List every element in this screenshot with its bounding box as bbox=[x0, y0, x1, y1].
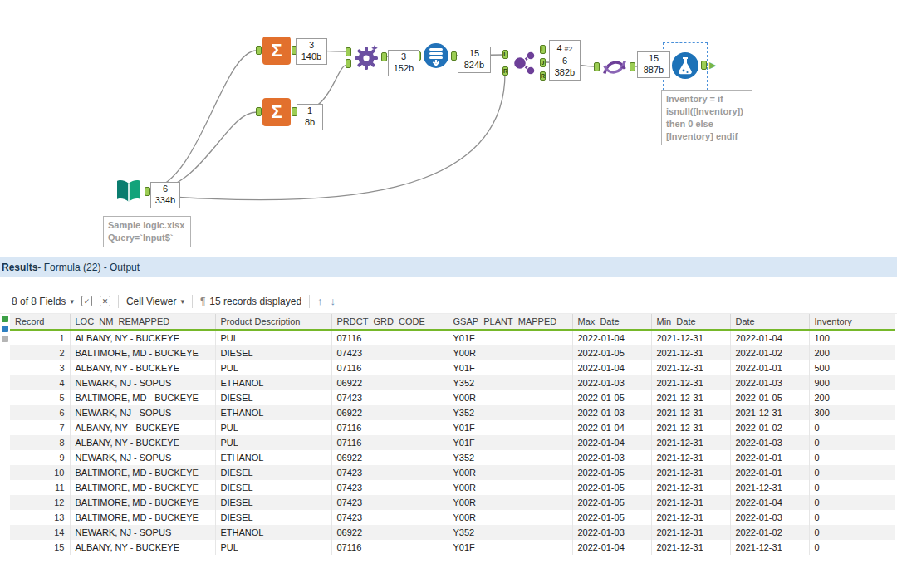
data-cell[interactable]: BALTIMORE, MD - BUCKEYE bbox=[70, 495, 215, 510]
data-cell[interactable]: NEWARK, NJ - SOPUS bbox=[70, 525, 215, 540]
deselect-fields-icon[interactable]: ✕ bbox=[100, 296, 110, 306]
data-cell[interactable]: ALBANY, NY - BUCKEYE bbox=[70, 435, 215, 450]
data-cell[interactable]: 2021-12-31 bbox=[651, 420, 730, 435]
data-cell[interactable]: 07116 bbox=[331, 420, 448, 435]
data-cell[interactable]: 2022-01-05 bbox=[572, 390, 651, 405]
results-pane-header[interactable]: Results - Formula (22) - Output bbox=[0, 257, 897, 277]
data-cell[interactable]: Y00R bbox=[448, 345, 572, 360]
data-cell[interactable]: 2022-01-01 bbox=[730, 450, 809, 465]
data-cell[interactable]: 0 bbox=[809, 420, 895, 435]
data-cell[interactable]: 2022-01-04 bbox=[572, 420, 651, 435]
data-cell[interactable]: ETHANOL bbox=[215, 450, 331, 465]
cell-viewer-dropdown[interactable]: Cell Viewer ▾ bbox=[126, 296, 184, 307]
join-output-right-anchor[interactable]: R bbox=[540, 71, 546, 81]
data-cell[interactable]: ALBANY, NY - BUCKEYE bbox=[70, 360, 215, 375]
data-cell[interactable]: Y01F bbox=[448, 330, 572, 345]
input-output-anchor[interactable] bbox=[145, 187, 150, 196]
data-cell[interactable]: Y352 bbox=[448, 525, 572, 540]
data-cell[interactable]: NEWARK, NJ - SOPUS bbox=[70, 375, 215, 390]
join-output-join-anchor[interactable]: J bbox=[540, 58, 546, 67]
record-number-cell[interactable]: 14 bbox=[10, 525, 70, 540]
data-cell[interactable]: 2021-12-31 bbox=[651, 345, 730, 360]
record-number-cell[interactable]: 2 bbox=[10, 345, 70, 360]
data-cell[interactable]: 2021-12-31 bbox=[651, 540, 730, 555]
connection-input-summarize-top[interactable] bbox=[150, 51, 257, 189]
whitespace-toggle-icon[interactable]: ¶ bbox=[200, 296, 205, 307]
column-header-max-date[interactable]: Max_Date bbox=[572, 314, 651, 330]
column-header-loc-nm-remapped[interactable]: LOC_NM_REMAPPED bbox=[70, 314, 215, 330]
data-cell[interactable]: Y00R bbox=[448, 465, 572, 480]
data-cell[interactable]: ETHANOL bbox=[215, 375, 331, 390]
data-cell[interactable]: 07423 bbox=[331, 495, 448, 510]
data-cell[interactable]: 2021-12-31 bbox=[651, 405, 730, 420]
formula-output-anchor[interactable] bbox=[381, 52, 387, 61]
data-cell[interactable]: 07116 bbox=[331, 435, 448, 450]
data-cell[interactable]: PUL bbox=[215, 540, 331, 555]
data-cell[interactable]: DIESEL bbox=[215, 495, 331, 510]
crosstab-input-anchor[interactable] bbox=[594, 62, 600, 71]
data-cell[interactable]: 2022-01-01 bbox=[730, 360, 809, 375]
connection-input-summarize-bottom[interactable] bbox=[150, 112, 257, 191]
data-cell[interactable]: Y00R bbox=[448, 480, 572, 495]
data-cell[interactable]: ALBANY, NY - BUCKEYE bbox=[70, 420, 215, 435]
data-cell[interactable]: 2021-12-31 bbox=[651, 510, 730, 525]
summarize-top-input-anchor[interactable] bbox=[256, 46, 262, 55]
record-number-cell[interactable]: 8 bbox=[10, 435, 70, 450]
metadata-view-icon[interactable] bbox=[2, 326, 8, 332]
data-cell[interactable]: 0 bbox=[809, 450, 895, 465]
formula2-output-anchor[interactable] bbox=[701, 61, 707, 70]
data-cell[interactable]: 2022-01-01 bbox=[730, 465, 809, 480]
data-cell[interactable]: PUL bbox=[215, 420, 331, 435]
data-cell[interactable]: 0 bbox=[809, 510, 895, 525]
data-cell[interactable]: 07423 bbox=[331, 390, 448, 405]
crosstab-output-anchor[interactable] bbox=[630, 62, 635, 71]
record-number-cell[interactable]: 4 bbox=[10, 375, 70, 390]
data-cell[interactable]: PUL bbox=[215, 360, 331, 375]
data-cell[interactable]: DIESEL bbox=[215, 480, 331, 495]
data-cell[interactable]: NEWARK, NJ - SOPUS bbox=[70, 450, 215, 465]
formula-input-anchor-2[interactable] bbox=[346, 59, 351, 68]
data-cell[interactable]: 2022-01-03 bbox=[730, 510, 809, 525]
column-header-gsap-plant-mapped[interactable]: GSAP_PLANT_MAPPED bbox=[448, 314, 572, 330]
profile-view-icon[interactable] bbox=[2, 336, 8, 342]
data-cell[interactable]: 2022-01-05 bbox=[572, 480, 651, 495]
data-cell[interactable]: 2022-01-04 bbox=[730, 495, 809, 510]
join-left-input-anchor[interactable]: L bbox=[502, 50, 508, 59]
data-cell[interactable]: 200 bbox=[809, 390, 895, 405]
data-cell[interactable]: 2022-01-05 bbox=[730, 390, 809, 405]
join-output-left-anchor[interactable]: L bbox=[540, 45, 546, 54]
data-cell[interactable]: 2021-12-31 bbox=[730, 405, 809, 420]
record-number-cell[interactable]: 13 bbox=[10, 510, 70, 525]
record-number-cell[interactable]: 15 bbox=[10, 540, 70, 555]
data-cell[interactable]: Y352 bbox=[448, 405, 572, 420]
column-header-prdct-grd-code[interactable]: PRDCT_GRD_CODE bbox=[331, 314, 448, 330]
results-table[interactable]: RecordLOC_NM_REMAPPEDProduct Description… bbox=[10, 314, 895, 555]
data-cell[interactable]: PUL bbox=[215, 435, 331, 450]
data-cell[interactable]: 2022-01-04 bbox=[572, 360, 651, 375]
data-cell[interactable]: Y352 bbox=[448, 450, 572, 465]
data-cell[interactable]: 2021-12-31 bbox=[651, 330, 730, 345]
connection-input-join[interactable] bbox=[150, 73, 505, 200]
data-cell[interactable]: Y01F bbox=[448, 360, 572, 375]
scroll-up-icon[interactable]: ↑ bbox=[317, 295, 323, 307]
data-cell[interactable]: 900 bbox=[809, 375, 895, 390]
data-cell[interactable]: 2022-01-03 bbox=[730, 375, 809, 390]
data-cell[interactable]: 2021-12-31 bbox=[651, 435, 730, 450]
summarize-bottom-input-anchor[interactable] bbox=[256, 107, 262, 116]
data-cell[interactable]: BALTIMORE, MD - BUCKEYE bbox=[70, 390, 215, 405]
record-number-cell[interactable]: 10 bbox=[10, 465, 70, 480]
data-cell[interactable]: 0 bbox=[809, 495, 895, 510]
data-cell[interactable]: 2021-12-31 bbox=[651, 375, 730, 390]
data-cell[interactable]: 500 bbox=[809, 360, 895, 375]
data-cell[interactable]: 2022-01-02 bbox=[730, 345, 809, 360]
data-cell[interactable]: 2021-12-31 bbox=[651, 495, 730, 510]
data-cell[interactable]: 06922 bbox=[331, 375, 448, 390]
column-header-inventory[interactable]: Inventory bbox=[809, 314, 895, 330]
data-cell[interactable]: 2022-01-05 bbox=[572, 345, 651, 360]
column-header-date[interactable]: Date bbox=[730, 314, 809, 330]
record-number-cell[interactable]: 12 bbox=[10, 495, 70, 510]
data-cell[interactable]: 0 bbox=[809, 540, 895, 555]
data-cell[interactable]: 2022-01-03 bbox=[572, 405, 651, 420]
data-cell[interactable]: 2022-01-03 bbox=[572, 525, 651, 540]
data-cell[interactable]: 07423 bbox=[331, 345, 448, 360]
